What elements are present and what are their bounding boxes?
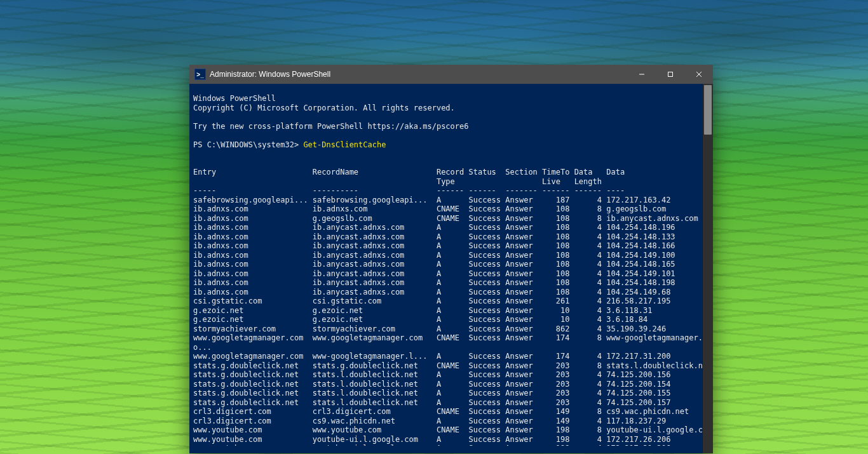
window-titlebar[interactable]: >_ Administrator: Windows PowerShell [189, 65, 713, 84]
powershell-icon: >_ [194, 69, 206, 80]
close-button[interactable] [684, 65, 713, 84]
powershell-icon-glyph: >_ [196, 71, 203, 78]
scrollbar-thumb[interactable] [704, 85, 712, 135]
scrollbar-vertical[interactable] [702, 84, 713, 453]
window-title: Administrator: Windows PowerShell [210, 70, 330, 79]
close-icon [696, 71, 702, 77]
minimize-button[interactable] [627, 65, 656, 84]
terminal-output[interactable]: Windows PowerShell Copyright (C) Microso… [189, 91, 702, 446]
powershell-window: >_ Administrator: Windows PowerShell Win… [189, 65, 713, 453]
minimize-icon [639, 71, 645, 77]
maximize-button[interactable] [656, 65, 684, 84]
svg-rect-1 [668, 72, 672, 77]
terminal-area: Windows PowerShell Copyright (C) Microso… [189, 84, 713, 453]
maximize-icon [667, 71, 674, 77]
